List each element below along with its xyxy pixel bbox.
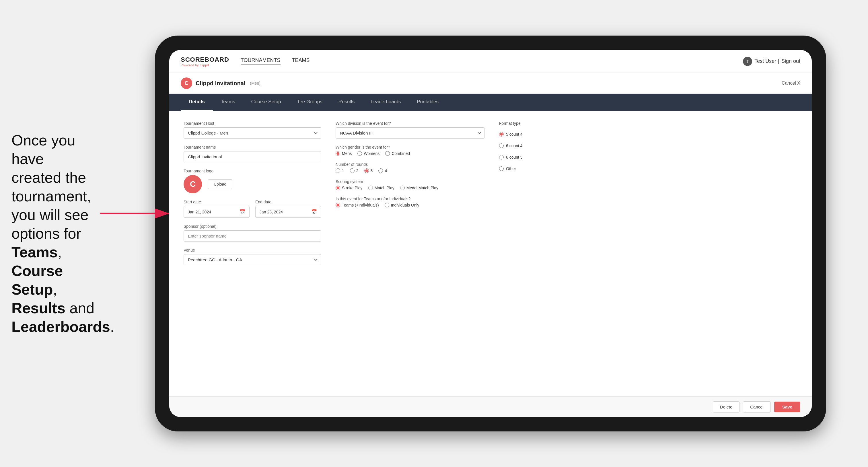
format-other[interactable]: Other (499, 166, 614, 171)
gender-womens-radio[interactable] (358, 151, 362, 156)
rounds-label: Number of rounds (336, 162, 485, 167)
format-6count5-radio[interactable] (499, 155, 504, 159)
action-bar: Delete Cancel Save (169, 397, 812, 417)
teams-radio-group: Teams (+Individuals) Individuals Only (336, 203, 485, 208)
gender-group: Which gender is the event for? Mens Wome… (336, 145, 485, 156)
cancel-action-button[interactable]: Cancel (743, 401, 771, 412)
nav-links: TOURNAMENTS TEAMS (241, 57, 310, 65)
rounds-group: Number of rounds 1 2 3 (336, 162, 485, 173)
start-date-input-wrap[interactable]: 📅 (184, 206, 250, 218)
save-button[interactable]: Save (774, 402, 800, 412)
tab-printables[interactable]: Printables (409, 94, 446, 111)
tournament-tag: (Men) (250, 81, 260, 86)
date-row: Start date 📅 End date 📅 (184, 200, 321, 218)
gender-label: Which gender is the event for? (336, 145, 485, 150)
rounds-1-radio[interactable] (336, 168, 340, 173)
instruction-text: Once you havecreated thetournament,you w… (0, 120, 121, 348)
scoring-radio-group: Stroke Play Match Play Medal Match Play (336, 186, 485, 190)
gender-womens[interactable]: Womens (358, 151, 379, 156)
gender-mens-label: Mens (342, 151, 352, 156)
division-group: Which division is the event for? NCAA Di… (336, 121, 485, 138)
rounds-3-radio[interactable] (364, 168, 369, 173)
scoring-match[interactable]: Match Play (368, 186, 395, 190)
tournament-host-select[interactable]: Clippd College - Men (184, 127, 321, 138)
tab-details[interactable]: Details (181, 94, 213, 111)
format-6count4-label: 6 count 4 (506, 144, 523, 148)
teams-teams-label: Teams (+Individuals) (342, 203, 379, 208)
format-5count4-radio[interactable] (499, 132, 504, 136)
scoring-medal-radio[interactable] (400, 186, 405, 190)
tournament-header: C Clippd Invitational (Men) Cancel X (169, 73, 812, 94)
tournament-name: Clippd Invitational (196, 80, 245, 87)
upload-button[interactable]: Upload (208, 179, 232, 189)
scoring-match-label: Match Play (375, 186, 395, 190)
end-date-group: End date 📅 (255, 200, 321, 218)
tournament-host-group: Tournament Host Clippd College - Men (184, 121, 321, 138)
sign-out-link[interactable]: Sign out (781, 58, 800, 64)
start-date-input[interactable] (188, 210, 237, 214)
delete-button[interactable]: Delete (713, 401, 740, 412)
sponsor-input[interactable] (184, 230, 321, 242)
rounds-1[interactable]: 1 (336, 168, 344, 173)
format-5count4[interactable]: 5 count 4 (499, 132, 614, 136)
rounds-2-radio[interactable] (350, 168, 354, 173)
tournament-name-label: Tournament name (184, 145, 321, 150)
rounds-3[interactable]: 3 (364, 168, 373, 173)
rounds-4-radio[interactable] (378, 168, 383, 173)
tab-tee-groups[interactable]: Tee Groups (289, 94, 331, 111)
user-text: Test User | (754, 58, 779, 64)
rounds-2[interactable]: 2 (350, 168, 359, 173)
gender-mens-radio[interactable] (336, 151, 340, 156)
teams-individuals-label: Individuals Only (391, 203, 420, 208)
nav-tournaments[interactable]: TOURNAMENTS (241, 57, 281, 65)
tournament-title-area: C Clippd Invitational (Men) (181, 77, 260, 89)
rounds-4[interactable]: 4 (378, 168, 387, 173)
gender-mens[interactable]: Mens (336, 151, 352, 156)
sponsor-group: Sponsor (optional) (184, 224, 321, 242)
division-select[interactable]: NCAA Division III (336, 127, 485, 138)
tab-leaderboards[interactable]: Leaderboards (363, 94, 409, 111)
tab-results[interactable]: Results (331, 94, 363, 111)
logo-upload-area: C Upload (184, 175, 321, 193)
venue-select[interactable]: Peachtree GC - Atlanta - GA (184, 254, 321, 266)
bold-results: Results (11, 300, 65, 316)
format-6count5[interactable]: 6 count 5 (499, 155, 614, 159)
cancel-button[interactable]: Cancel X (782, 81, 800, 86)
gender-radio-group: Mens Womens Combined (336, 151, 485, 156)
scoring-stroke-radio[interactable] (336, 186, 340, 190)
nav-left: SCOREBOARD Powered by clippd TOURNAMENTS… (181, 56, 310, 67)
gender-combined-radio[interactable] (385, 151, 390, 156)
end-date-input-wrap[interactable]: 📅 (255, 206, 321, 218)
tab-teams[interactable]: Teams (213, 94, 243, 111)
teams-teams-radio[interactable] (336, 203, 340, 208)
format-6count4-radio[interactable] (499, 144, 504, 148)
format-6count5-label: 6 count 5 (506, 155, 523, 159)
teams-teams[interactable]: Teams (+Individuals) (336, 203, 379, 208)
format-other-radio[interactable] (499, 166, 504, 171)
scoring-stroke[interactable]: Stroke Play (336, 186, 363, 190)
teams-group: Is this event for Teams and/or Individua… (336, 196, 485, 208)
scoring-match-radio[interactable] (368, 186, 373, 190)
scoring-medal[interactable]: Medal Match Play (400, 186, 438, 190)
teams-individuals-radio[interactable] (385, 203, 389, 208)
tournament-host-label: Tournament Host (184, 121, 321, 126)
tablet-screen: SCOREBOARD Powered by clippd TOURNAMENTS… (169, 50, 812, 417)
top-navigation: SCOREBOARD Powered by clippd TOURNAMENTS… (169, 50, 812, 73)
format-5count4-label: 5 count 4 (506, 132, 523, 136)
bold-course-setup: Course Setup (11, 262, 63, 298)
tab-course-setup[interactable]: Course Setup (243, 94, 289, 111)
tournament-name-input[interactable] (184, 151, 321, 162)
col-left: Tournament Host Clippd College - Men Tou… (184, 121, 321, 386)
instruction-line1: Once you havecreated thetournament,you w… (11, 132, 114, 335)
venue-group: Venue Peachtree GC - Atlanta - GA (184, 248, 321, 266)
calendar-icon-start: 📅 (240, 209, 245, 215)
end-date-input[interactable] (259, 210, 308, 214)
teams-individuals[interactable]: Individuals Only (385, 203, 420, 208)
gender-combined[interactable]: Combined (385, 151, 410, 156)
format-6count4[interactable]: 6 count 4 (499, 144, 614, 148)
tournament-logo-label: Tournament logo (184, 169, 321, 173)
logo-sub: Powered by clippd (181, 63, 229, 67)
nav-teams[interactable]: TEAMS (292, 57, 310, 65)
start-date-label: Start date (184, 200, 250, 204)
bold-leaderboards: Leaderboards (11, 318, 110, 335)
